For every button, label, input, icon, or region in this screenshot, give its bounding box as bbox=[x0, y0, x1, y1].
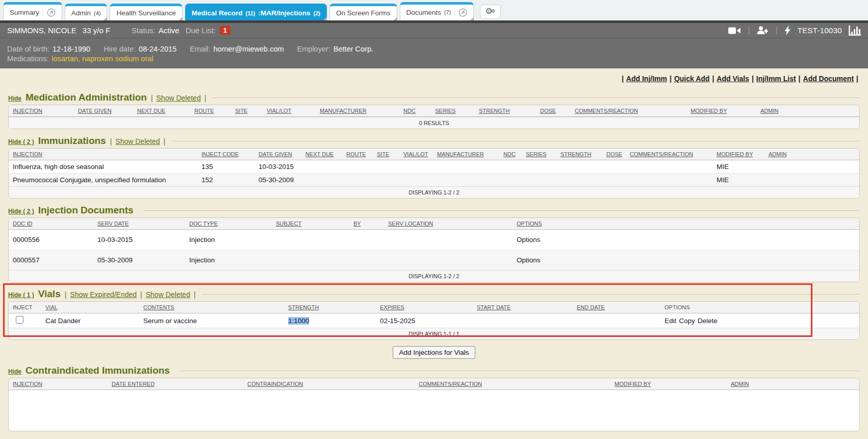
column-header-admin[interactable]: ADMIN bbox=[731, 381, 749, 387]
separator: | bbox=[799, 75, 801, 83]
column-header-site[interactable]: SITE bbox=[377, 151, 389, 157]
column-header-strength[interactable]: STRENGTH bbox=[288, 304, 319, 310]
column-header-inject-code[interactable]: INJECT CODE bbox=[201, 151, 239, 157]
due-list-label: Due List: bbox=[186, 26, 216, 35]
tab-on-screen-forms[interactable]: On Screen Forms bbox=[329, 4, 397, 20]
column-header-date-entered[interactable]: DATE ENTERED bbox=[112, 381, 155, 387]
tab-admin[interactable]: Admin (4) bbox=[65, 4, 108, 20]
tab-summary[interactable]: Summary bbox=[3, 2, 62, 20]
hide-link[interactable]: Hide ( 2 ) bbox=[8, 138, 34, 145]
section-title: Medication Administration bbox=[25, 92, 147, 103]
settings-gears-icon[interactable]: ⚙⚙ bbox=[480, 5, 500, 19]
column-header-vial[interactable]: VIAL bbox=[45, 304, 58, 310]
column-header-strength[interactable]: STRENGTH bbox=[560, 151, 592, 157]
column-header-vial-lot[interactable]: VIAL/LOT bbox=[403, 151, 428, 157]
column-header-options[interactable]: OPTIONS bbox=[517, 221, 542, 227]
table-footer: 0 RESULTS bbox=[9, 117, 859, 129]
column-header-vial-lot[interactable]: VIAL/LOT bbox=[267, 108, 291, 114]
separator: | bbox=[65, 290, 67, 299]
column-header-options: OPTIONS bbox=[665, 304, 690, 310]
add-injections-for-vials-button[interactable]: Add Injections for Vials bbox=[393, 346, 475, 359]
hide-link[interactable]: Hide bbox=[8, 95, 21, 102]
column-header-modified-by[interactable]: MODIFIED BY bbox=[717, 151, 753, 157]
delete-link[interactable]: Delete bbox=[698, 317, 718, 325]
medications-links[interactable]: losartan, naproxen sodium oral bbox=[52, 55, 153, 63]
patient-name: SIMMONS, NICOLE bbox=[7, 26, 76, 35]
column-header-serv-date[interactable]: SERV DATE bbox=[97, 221, 129, 227]
immunizations-table: INJECTIONINJECT CODEDATE GIVENNEXT DUERO… bbox=[9, 149, 859, 198]
hide-link[interactable]: Hide ( 2 ) bbox=[8, 208, 34, 215]
lightning-bolt-icon[interactable] bbox=[784, 26, 791, 35]
show-deleted-link[interactable]: Show Deleted bbox=[115, 137, 160, 145]
quick-add-link[interactable]: Quick Add bbox=[674, 75, 710, 83]
table-cell: Serum or vaccine bbox=[139, 313, 284, 328]
column-header-injection[interactable]: INJECTION bbox=[13, 108, 42, 114]
show-expired-ended-link[interactable]: Show Expired/Ended bbox=[70, 290, 137, 299]
person-add-icon[interactable] bbox=[757, 26, 769, 35]
copy-link[interactable]: Copy bbox=[679, 317, 695, 325]
column-header-ndc[interactable]: NDC bbox=[403, 108, 416, 114]
column-header-start-date[interactable]: START DATE bbox=[477, 304, 510, 310]
table-cell: 0000556 bbox=[9, 230, 93, 250]
column-header-contraindication[interactable]: CONTRAINDICATION bbox=[247, 381, 303, 387]
row-select-checkbox[interactable] bbox=[16, 316, 23, 324]
add-document-link[interactable]: Add Document bbox=[803, 75, 854, 83]
column-header-modified-by[interactable]: MODIFIED BY bbox=[615, 381, 651, 387]
hide-link[interactable]: Hide ( 1 ) bbox=[8, 291, 34, 299]
due-list-badge[interactable]: 1 bbox=[220, 26, 231, 35]
column-header-injection[interactable]: INJECTION bbox=[13, 151, 42, 157]
section-injection-documents: Hide ( 2 ) Injection Documents DOC IDSER… bbox=[8, 205, 860, 282]
column-header-comments-reaction[interactable]: COMMENTS/REACTION bbox=[419, 381, 482, 387]
column-header-date-given[interactable]: DATE GIVEN bbox=[78, 108, 112, 114]
column-header-next-due[interactable]: NEXT DUE bbox=[137, 108, 165, 114]
column-header-dose[interactable]: DOSE bbox=[606, 151, 622, 157]
column-header-by[interactable]: BY bbox=[353, 221, 361, 227]
bar-chart-icon[interactable] bbox=[849, 26, 861, 36]
column-header-serv-location[interactable]: SERV LOCATION bbox=[388, 221, 433, 227]
column-header-series[interactable]: SERIES bbox=[526, 151, 546, 157]
column-header-contents[interactable]: CONTENTS bbox=[143, 304, 174, 310]
column-header-end-date[interactable]: END DATE bbox=[577, 304, 605, 310]
table-footer: DISPLAYING 1-2 / 2 bbox=[9, 270, 859, 282]
show-deleted-link[interactable]: Show Deleted bbox=[146, 290, 190, 299]
tab-documents[interactable]: Documents (7) bbox=[400, 2, 474, 20]
column-header-date-given[interactable]: DATE GIVEN bbox=[259, 151, 292, 157]
column-header-ndc[interactable]: NDC bbox=[503, 151, 516, 157]
column-header-route[interactable]: ROUTE bbox=[346, 151, 366, 157]
add-inj-imm-link[interactable]: Add Inj/Imm bbox=[626, 75, 667, 83]
column-header-comments-reaction[interactable]: COMMENTS/REACTION bbox=[575, 108, 638, 114]
column-header-modified-by[interactable]: MODIFIED BY bbox=[691, 108, 727, 114]
column-header-doc-id[interactable]: DOC ID bbox=[13, 221, 33, 227]
column-header-admin[interactable]: ADMIN bbox=[760, 108, 778, 114]
column-header-doc-type[interactable]: DOC TYPE bbox=[189, 221, 218, 227]
show-deleted-link[interactable]: Show Deleted bbox=[157, 94, 201, 102]
add-vials-link[interactable]: Add Vials bbox=[717, 75, 749, 83]
column-header-expires[interactable]: EXPIRES bbox=[380, 304, 404, 310]
column-header-dose[interactable]: DOSE bbox=[540, 108, 556, 114]
separator: | bbox=[151, 94, 153, 102]
tab-health-surveillance[interactable]: Health Surveillance bbox=[110, 4, 182, 20]
column-header-admin[interactable]: ADMIN bbox=[769, 151, 786, 157]
email-value: horner@mieweb.com bbox=[214, 45, 284, 53]
hide-link[interactable]: Hide bbox=[8, 368, 21, 375]
table-cell: Cat Dander bbox=[41, 313, 139, 328]
video-camera-icon[interactable] bbox=[728, 27, 741, 35]
column-header-route[interactable]: ROUTE bbox=[194, 108, 214, 114]
column-header-site[interactable]: SITE bbox=[235, 108, 247, 114]
tabs: SummaryAdmin (4)Health SurveillanceMedic… bbox=[3, 2, 474, 20]
column-header-comments-reaction[interactable]: COMMENTS/REACTION bbox=[630, 151, 693, 157]
column-header-series[interactable]: SERIES bbox=[435, 108, 455, 114]
options-link[interactable]: Options bbox=[517, 256, 541, 264]
tab-label: On Screen Forms bbox=[336, 9, 391, 17]
column-header-manufacturer[interactable]: MANUFACTURER bbox=[437, 151, 484, 157]
column-header-injection[interactable]: INJECTION bbox=[13, 381, 42, 387]
divider-rule bbox=[144, 210, 860, 211]
inj-imm-list-link[interactable]: Inj/Imm List bbox=[756, 75, 796, 83]
column-header-subject[interactable]: SUBJECT bbox=[276, 221, 301, 227]
column-header-strength[interactable]: STRENGTH bbox=[479, 108, 510, 114]
edit-link[interactable]: Edit bbox=[665, 317, 676, 325]
tab-medical-record[interactable]: Medical Record (11):MAR/Injections (2) bbox=[185, 4, 327, 20]
options-link[interactable]: Options bbox=[517, 236, 541, 243]
column-header-manufacturer[interactable]: MANUFACTURER bbox=[320, 108, 367, 114]
column-header-next-due[interactable]: NEXT DUE bbox=[305, 151, 334, 157]
